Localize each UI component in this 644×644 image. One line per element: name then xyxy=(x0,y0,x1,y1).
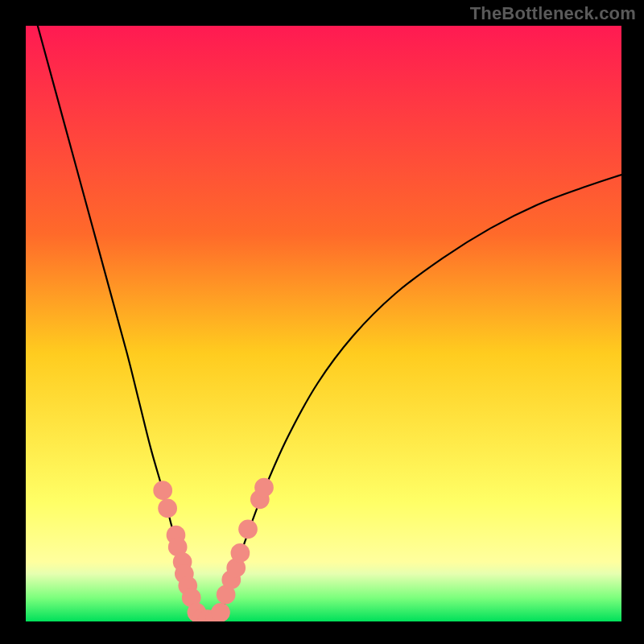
chart-frame: TheBottleneck.com xyxy=(0,0,644,644)
chart-canvas xyxy=(26,26,621,621)
bead-point xyxy=(153,481,172,500)
bead-point xyxy=(158,499,177,518)
bead-point xyxy=(238,519,258,539)
bead-point xyxy=(254,478,274,497)
bead-point xyxy=(211,603,230,621)
bead-point xyxy=(231,543,250,563)
gradient-background xyxy=(26,26,621,621)
chart-plot-area xyxy=(26,26,621,621)
watermark-text: TheBottleneck.com xyxy=(470,3,636,24)
